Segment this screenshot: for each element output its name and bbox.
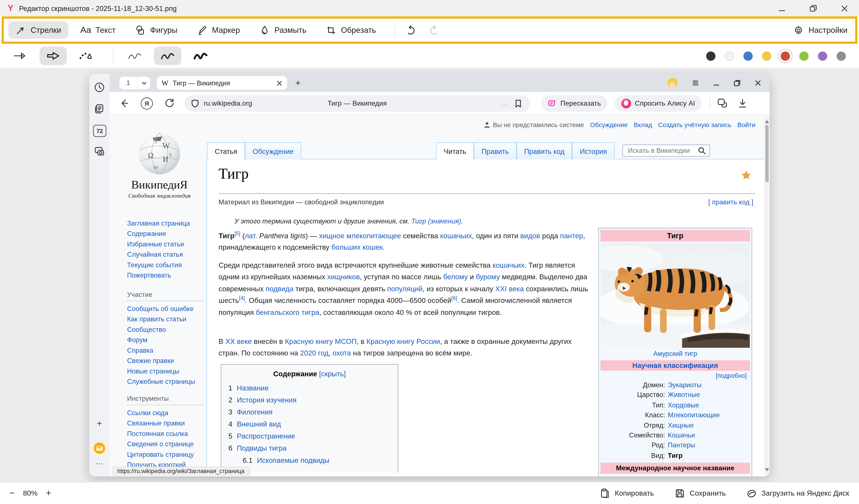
sidebar-link[interactable]: Цитировать страницу [127,449,209,460]
image-caption-link[interactable]: Амурский тигр [600,348,750,361]
settings-button[interactable]: Настройки [793,25,851,35]
undo-button[interactable] [402,23,421,37]
toc-link[interactable]: Подвиды тигра [237,444,287,452]
rank-value-link[interactable]: Хищные [668,420,694,430]
redo-button[interactable] [424,23,443,37]
toc-link[interactable]: Название [237,384,269,392]
stroke-medium-button[interactable] [154,47,181,65]
stroke-thin-button[interactable] [121,47,149,65]
ask-alice-button[interactable]: Спросить Алису AI [615,95,702,112]
tab-close-icon[interactable] [276,80,282,86]
color-black[interactable] [706,51,715,61]
address-bar[interactable]: ru.wikipedia.org Тигр — Википедия … [184,95,530,112]
color-green[interactable] [799,51,809,61]
toc-hide-link[interactable]: [скрыть] [319,370,346,378]
sidebar-link[interactable]: Пожертвовать [127,271,209,281]
color-gray[interactable] [837,51,846,61]
toc-link[interactable]: Распространение [237,432,295,440]
browser-minimize-icon[interactable] [713,79,720,87]
browser-restore-icon[interactable] [734,79,741,87]
search-icon[interactable] [698,147,706,155]
close-icon[interactable] [841,5,848,12]
restore-icon[interactable] [810,5,817,12]
sidebar-link[interactable]: Сообщество [127,325,209,335]
screenshot-tool-icon[interactable] [94,146,105,157]
view-tab[interactable]: История [572,142,615,159]
sidebar-link[interactable]: Служебные страницы [127,377,209,387]
toc-link[interactable]: Филогения [237,408,273,416]
tab-counter-badge[interactable]: 72 [93,125,106,137]
page-scrollbar[interactable] [764,115,770,476]
color-red-selected[interactable] [781,51,790,61]
wikipedia-logo[interactable]: WΩ Иω дʒ ВикипедиЯ Свободная энциклопеди… [121,128,198,199]
toc-link[interactable]: Ископаемые подвиды [257,456,329,464]
sidebar-link[interactable]: Справка [127,346,209,356]
text-tool-button[interactable]: Аа Текст [73,22,123,39]
rank-value-link[interactable]: Животные [668,390,700,400]
rank-value-link[interactable]: Млекопитающие [668,410,720,420]
marker-tool-button[interactable]: Маркер [190,21,247,39]
stroke-thick-button[interactable] [187,47,214,65]
tiger-photo[interactable] [600,243,750,348]
address-more-icon[interactable]: … [501,99,509,107]
sidebar-link[interactable]: Связанные правки [127,418,209,429]
scroll-down-icon[interactable] [765,468,769,474]
tab-group-control[interactable]: 1 [119,77,150,89]
crop-tool-button[interactable]: Обрезать [318,21,383,39]
sidebar-link[interactable]: Текущие события [127,260,209,271]
retell-button[interactable]: Пересказать [541,95,607,112]
namespace-tab[interactable]: Обсуждение [245,142,301,159]
classification-header-link[interactable]: Научная классификация [600,361,750,371]
new-tab-button[interactable]: + [295,78,301,88]
sidebar-link[interactable]: Свежие правки [127,356,209,366]
rank-value-link[interactable]: Тигр [668,450,683,461]
favorite-star-icon[interactable] [742,171,751,180]
sidebar-link[interactable]: Заглавная страница [127,218,209,229]
sidebar-link[interactable]: Форум [127,335,209,346]
view-tab[interactable]: Править [474,142,516,159]
arrow-style-dotted-button[interactable] [72,47,100,65]
arrow-style-thin-button[interactable] [7,47,34,65]
color-yellow[interactable] [762,51,771,61]
personal-link[interactable]: Войти [737,121,755,129]
editor-canvas[interactable]: 72 + ⋯ 1 W Тигр — Википедия + [0,68,859,482]
download-icon[interactable] [737,98,748,108]
view-tab[interactable]: Читать [436,142,474,159]
sidebar-link[interactable]: Сведения о странице [127,439,209,449]
toc-link[interactable]: Внешний вид [237,420,281,428]
edit-code-link[interactable]: [ править код ] [708,198,753,206]
upload-yandex-disk-button[interactable]: Загрузить на Яндекс Диск [747,488,849,498]
sidebar-link[interactable]: Ссылки сюда [127,408,209,418]
shapes-tool-button[interactable]: Фигуры [127,21,184,39]
namespace-tab[interactable]: Статья [207,142,245,159]
active-tab[interactable]: W Тигр — Википедия [157,76,287,90]
arrows-tool-button[interactable]: Стрелки [8,21,68,39]
rank-value-link[interactable]: Кошачьи [668,430,695,441]
search-input[interactable] [627,146,698,155]
history-icon[interactable] [94,81,105,93]
bookmark-icon[interactable] [514,99,523,108]
blur-tool-button[interactable]: Размыть [252,21,314,39]
zoom-out-button[interactable]: − [9,489,15,498]
browser-menu-icon[interactable] [692,79,699,87]
details-link[interactable]: [подробно] [600,371,750,380]
personal-link[interactable]: Обсуждение [590,121,628,129]
color-blue[interactable] [743,51,753,61]
scrollbar-thumb[interactable] [765,125,769,182]
scroll-up-icon[interactable] [765,118,769,123]
chevron-down-icon[interactable] [137,80,150,86]
personal-link[interactable]: Вклад [634,121,652,129]
yandex-mail-icon[interactable] [94,442,105,454]
extensions-icon[interactable] [717,98,727,108]
sidebar-link[interactable]: Постоянная ссылка [127,429,209,439]
personal-link[interactable]: Создать учётную запись [658,121,732,129]
arrow-style-bold-button[interactable] [40,47,67,65]
alice-avatar[interactable] [667,77,678,89]
rank-value-link[interactable]: Эукариоты [668,380,702,390]
refresh-icon[interactable] [164,97,176,109]
sidebar-more-icon[interactable]: ⋯ [89,459,109,468]
sidebar-link[interactable]: Случайная статья [127,250,209,260]
yandex-search-icon[interactable]: Я [141,97,153,109]
sidebar-link[interactable]: Содержание [127,229,209,239]
color-white[interactable] [725,51,734,61]
